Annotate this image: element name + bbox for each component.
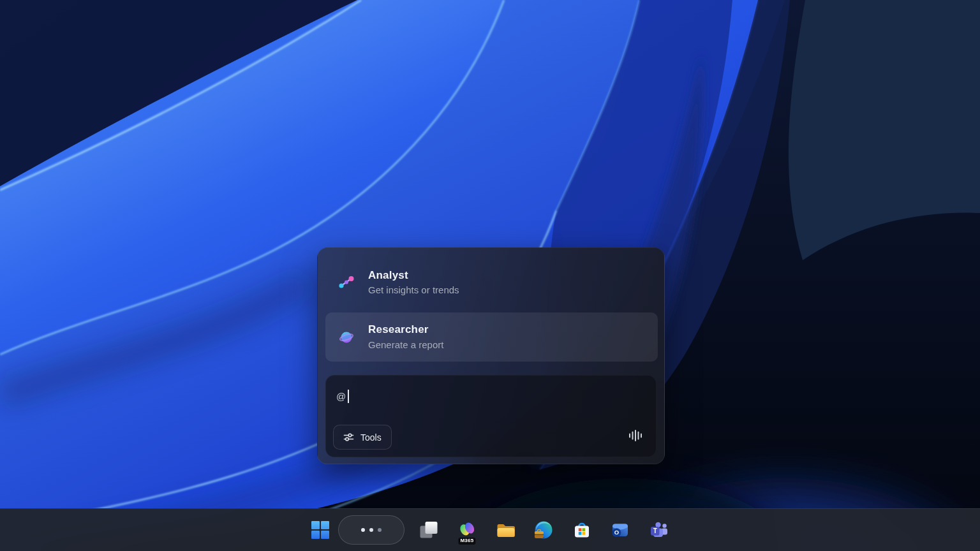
edge-button[interactable] [528,515,559,545]
teams-button[interactable]: T [643,515,674,545]
outlook-button[interactable]: O [605,515,635,545]
agent-item-researcher[interactable]: Researcher Generate a report [325,312,658,362]
agent-text: Analyst Get insights or trends [368,269,459,296]
pill-dot [361,528,365,532]
analyst-trend-icon [338,274,355,291]
teams-icon: T [649,520,668,540]
agent-subtitle: Generate a report [368,339,443,351]
tools-button[interactable]: Tools [333,425,392,450]
agent-item-analyst[interactable]: Analyst Get insights or trends [325,256,658,309]
voice-input-button[interactable] [627,427,643,444]
start-button[interactable] [305,515,336,545]
store-bag-icon [572,520,591,540]
agent-title: Researcher [368,323,443,336]
pill-dot [378,528,382,532]
input-text-line: @ [336,390,349,403]
pill-dot [369,528,373,532]
copilot-icon [457,520,477,540]
prompt-input[interactable]: @ Tools [325,375,657,457]
text-caret [348,390,349,403]
microsoft-store-button[interactable] [567,515,597,545]
outlook-icon: O [611,520,630,540]
copilot-agent-popup: Analyst Get insights or trends Researche… [317,247,665,464]
folder-icon [496,520,515,540]
input-value: @ [336,391,346,402]
file-explorer-button[interactable] [490,515,521,545]
windows-logo-icon [311,520,330,540]
copilot-search-pill[interactable] [338,515,405,545]
edge-browser-icon [534,520,553,540]
task-view-button[interactable] [413,515,444,545]
agent-text: Researcher Generate a report [368,323,443,350]
teams-letter: T [653,527,657,534]
agent-subtitle: Get insights or trends [368,284,459,296]
taskbar: M365 [0,508,980,551]
waveform-icon [628,429,642,443]
m365-badge: M365 [458,538,475,545]
agent-title: Analyst [368,269,459,282]
taskbar-center-group: M365 [305,509,681,551]
sliders-icon [343,432,354,443]
outlook-letter: O [614,529,619,536]
m365-copilot-button[interactable]: M365 [452,515,482,545]
overlapping-windows-icon [419,520,438,540]
researcher-planet-icon [338,328,355,346]
tools-button-label: Tools [360,432,382,443]
